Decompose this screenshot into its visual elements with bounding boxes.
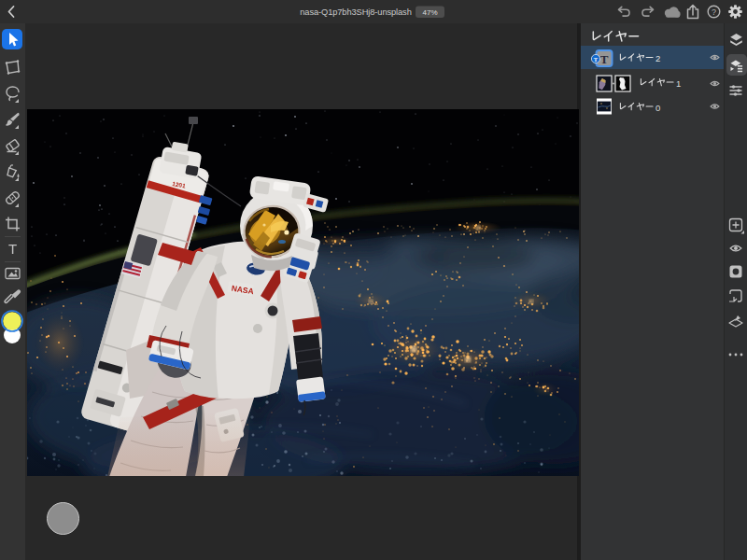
- svg-text:1: 1: [676, 78, 681, 89]
- svg-text:0: 0: [655, 103, 660, 113]
- svg-text:T: T: [594, 56, 599, 63]
- svg-text:?: ?: [712, 7, 716, 17]
- svg-text:47%: 47%: [422, 8, 437, 17]
- svg-text:nasa-Q1p7bh3SHj8-unsplash: nasa-Q1p7bh3SHj8-unsplash: [300, 7, 411, 17]
- svg-text:2: 2: [655, 53, 660, 63]
- svg-text:T: T: [8, 241, 17, 257]
- svg-text:T: T: [600, 52, 609, 66]
